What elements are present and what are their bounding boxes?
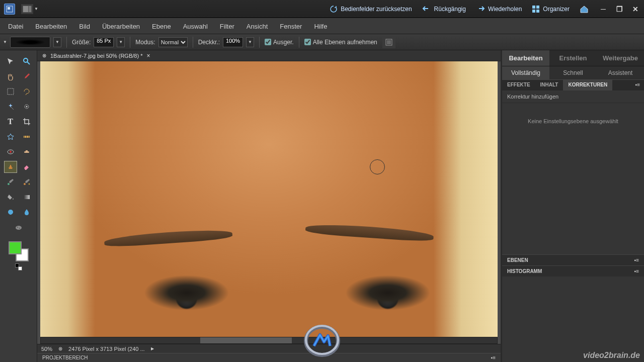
svg-point-11 (24, 58, 28, 62)
mode-label: Modus: (135, 39, 155, 46)
hand-tool[interactable] (4, 70, 17, 82)
size-dropdown[interactable]: ▼ (117, 37, 125, 47)
brush-preview[interactable] (10, 37, 50, 48)
svg-point-16 (26, 106, 27, 108)
close-window-button[interactable]: ✕ (631, 5, 640, 14)
panel-menu-icon[interactable]: ▪≡ (491, 355, 496, 360)
svg-rect-5 (532, 6, 535, 9)
fg-color-swatch[interactable] (9, 241, 22, 254)
refresh-icon (330, 5, 338, 13)
horizontal-scrollbar[interactable] (40, 337, 498, 344)
svg-rect-10 (387, 40, 391, 44)
project-bin-label: PROJEKTBEREICH (42, 355, 88, 360)
options-bar: ▼ ▼ Größe: 85 Px ▼ Modus: Normal Deckkr.… (0, 34, 644, 50)
gradient-tool[interactable] (20, 191, 33, 203)
quick-select-tool[interactable] (20, 101, 33, 113)
options-extra-icon[interactable] (382, 36, 395, 48)
tab-assistent[interactable]: Assistent (597, 66, 644, 79)
mode-select[interactable]: Normal (158, 37, 188, 47)
organizer-label: Organizer (543, 6, 570, 13)
menu-bild[interactable]: Bild (73, 20, 96, 33)
layers-panel-header[interactable]: EBENEN ▪≡ (502, 254, 644, 265)
undo-button[interactable]: Rückgängig (417, 4, 471, 15)
tab-erstellen[interactable]: Erstellen (549, 50, 597, 66)
tab-korrekturen[interactable]: KORREKTUREN (563, 80, 612, 90)
menu-hilfe[interactable]: Hilfe (308, 20, 333, 33)
cookie-cutter-tool[interactable] (4, 131, 17, 143)
marquee-tool[interactable] (4, 85, 17, 98)
zoom-tool[interactable] (20, 55, 33, 67)
organizer-icon (532, 5, 540, 13)
redeye-tool[interactable] (4, 146, 17, 158)
redo-icon (476, 6, 485, 13)
reset-panels-button[interactable]: Bedienfelder zurücksetzen (325, 3, 417, 15)
menu-ansicht[interactable]: Ansicht (240, 20, 274, 33)
panel-layout-icon[interactable] (21, 4, 33, 14)
menu-bearbeiten[interactable]: Bearbeiten (29, 20, 73, 33)
panel-menu-icon[interactable]: ▪≡ (631, 80, 644, 90)
alle-ebenen-checkbox[interactable]: Alle Ebenen aufnehmen (304, 39, 377, 46)
blur-tool[interactable] (20, 206, 33, 218)
project-bin-bar[interactable]: PROJEKTBEREICH ▪≡ (37, 353, 501, 362)
opacity-dropdown[interactable]: ▼ (246, 37, 254, 47)
ausger-checkbox[interactable]: Ausger. (265, 39, 294, 46)
panel-menu-icon[interactable]: ▪≡ (634, 268, 639, 274)
smart-brush-tool[interactable] (20, 176, 33, 188)
redo-button[interactable]: Wiederholen (471, 4, 527, 15)
svg-rect-7 (532, 10, 535, 13)
zoom-level[interactable]: 50% (41, 346, 52, 352)
brush-dropdown[interactable]: ▼ (53, 37, 61, 47)
color-swatches[interactable] (9, 241, 29, 261)
size-label: Größe: (72, 39, 91, 46)
eyedropper-tool[interactable] (20, 70, 33, 82)
brush-tool[interactable] (4, 176, 17, 188)
tab-vollstaendig[interactable]: Vollständig (502, 66, 549, 79)
menu-fenster[interactable]: Fenster (274, 20, 308, 33)
menu-datei[interactable]: Datei (2, 20, 29, 33)
app-logo-icon[interactable] (4, 4, 15, 15)
panel-menu-icon[interactable]: ▪≡ (634, 257, 639, 263)
move-tool[interactable] (4, 55, 17, 67)
text-tool[interactable]: T (4, 116, 17, 128)
opacity-input[interactable]: 100% (223, 37, 243, 47)
add-correction-header: Korrektur hinzufügen (502, 90, 644, 103)
bucket-tool[interactable] (4, 191, 17, 203)
tool-preset-arrow-icon[interactable]: ▼ (3, 40, 7, 44)
size-input[interactable]: 85 Px (94, 37, 114, 47)
toolbox: T (0, 50, 37, 362)
redo-label: Wiederholen (488, 6, 522, 13)
menu-ebene[interactable]: Ebene (146, 20, 177, 33)
shape-tool[interactable] (4, 206, 17, 218)
home-button[interactable] (575, 3, 594, 16)
tab-inhalt[interactable]: INHALT (535, 80, 564, 90)
default-colors-icon[interactable] (15, 263, 22, 270)
tab-bearbeiten[interactable]: Bearbeiten (502, 50, 549, 66)
undo-icon (422, 6, 431, 13)
menu-auswahl[interactable]: Auswahl (177, 20, 214, 33)
histogram-label: HISTOGRAMM (507, 268, 542, 274)
maximize-button[interactable]: ❐ (615, 5, 624, 14)
crop-tool[interactable] (20, 116, 33, 128)
menu-ueberarbeiten[interactable]: Überarbeiten (96, 20, 146, 33)
menu-filter[interactable]: Filter (214, 20, 240, 33)
histogram-panel-header[interactable]: HISTOGRAMM ▪≡ (502, 265, 644, 277)
eraser-tool[interactable] (20, 161, 33, 173)
canvas-viewport[interactable] (40, 61, 498, 337)
svg-rect-1 (8, 7, 10, 10)
dropdown-arrow-icon[interactable]: ▼ (34, 7, 38, 11)
clone-stamp-tool[interactable] (4, 161, 17, 173)
wand-tool[interactable] (4, 101, 17, 113)
sponge-tool[interactable] (12, 221, 25, 233)
tab-effekte[interactable]: EFFEKTE (502, 80, 535, 90)
svg-point-22 (10, 151, 12, 153)
organizer-button[interactable]: Organizer (527, 3, 575, 15)
tab-weitergabe[interactable]: Weitergabe (597, 50, 644, 66)
tab-schnell[interactable]: Schnell (549, 66, 597, 79)
minimize-button[interactable]: ─ (599, 5, 608, 14)
lasso-tool[interactable] (20, 85, 33, 98)
reset-panels-label: Bedienfelder zurücksetzen (341, 6, 412, 13)
straighten-tool[interactable] (20, 131, 33, 143)
close-tab-icon[interactable]: × (146, 52, 150, 59)
healing-brush-tool[interactable] (20, 146, 33, 158)
document-tab[interactable]: ⊗ 1Baustrahler-7.jpg bei 50% (RGB/8) * × (37, 50, 501, 61)
